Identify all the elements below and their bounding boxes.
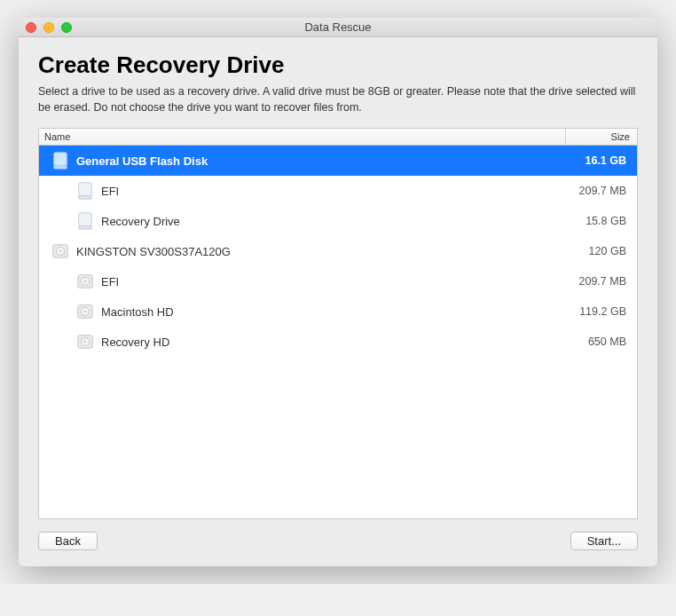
partition-row[interactable]: EFI 209.7 MB [39,176,637,206]
drive-icon-cell [50,151,71,170]
titlebar: Data Rescue [19,18,657,37]
partition-name: Recovery HD [101,336,557,349]
table-header: Name Size [39,129,637,146]
partition-name: Macintosh HD [101,305,557,319]
svg-rect-1 [54,166,67,170]
partition-size: 209.7 MB [557,275,637,288]
column-size[interactable]: Size [566,129,637,145]
button-bar: Back Start... [38,532,638,556]
drive-row[interactable]: KINGSTON SV300S37A120G 120 GB [39,236,637,266]
internal-drive-icon [75,272,95,291]
partition-icon-cell [75,211,96,231]
internal-drive-icon [51,241,70,261]
drive-size: 16.1 GB [557,154,637,167]
svg-point-14 [84,311,86,312]
maximize-icon[interactable] [61,22,72,33]
drive-size: 120 GB [557,245,637,257]
external-drive-icon [75,211,95,231]
svg-point-11 [84,280,86,282]
svg-rect-2 [79,183,92,196]
content-area: Create Recovery Drive Select a drive to … [19,37,657,566]
svg-rect-0 [54,153,67,166]
partition-row[interactable]: EFI 209.7 MB [39,266,637,296]
internal-drive-icon [75,332,95,351]
window-title: Data Rescue [304,20,371,34]
svg-point-17 [84,341,86,343]
svg-rect-4 [79,213,92,226]
partition-size: 209.7 MB [557,185,637,197]
close-icon[interactable] [26,22,36,33]
partition-size: 650 MB [557,336,637,348]
drive-name: KINGSTON SV300S37A120G [76,245,557,258]
start-button[interactable]: Start... [570,532,638,550]
app-window: Data Rescue Create Recovery Drive Select… [19,18,657,566]
partition-icon-cell [75,181,96,201]
back-button[interactable]: Back [38,532,98,550]
partition-icon-cell [75,302,96,321]
partition-name: Recovery Drive [101,215,557,228]
partition-size: 15.8 GB [557,215,637,227]
page-title: Create Recovery Drive [38,51,638,79]
minimize-icon[interactable] [43,22,54,33]
partition-row[interactable]: Recovery Drive 15.8 GB [39,206,637,236]
page-description: Select a drive to be used as a recovery … [38,84,638,115]
column-name[interactable]: Name [39,129,566,145]
drive-row[interactable]: General USB Flash Disk 16.1 GB [39,146,637,176]
window-controls [26,22,72,33]
partition-name: EFI [101,185,557,198]
svg-point-8 [59,250,61,252]
partition-size: 119.2 GB [557,305,637,318]
external-drive-icon [51,151,70,170]
svg-rect-3 [79,196,92,200]
drive-name: General USB Flash Disk [76,154,557,168]
drive-icon-cell [50,241,71,261]
partition-row[interactable]: Macintosh HD 119.2 GB [39,296,637,327]
drive-list[interactable]: General USB Flash Disk 16.1 GB EFI 209.7… [39,146,637,518]
partition-row[interactable]: Recovery HD 650 MB [39,327,637,357]
partition-name: EFI [101,275,557,288]
internal-drive-icon [75,302,95,321]
drive-table: Name Size General USB Flash Disk 16.1 GB… [38,128,638,519]
partition-icon-cell [75,272,96,291]
external-drive-icon [75,181,95,201]
partition-icon-cell [75,332,96,351]
svg-rect-5 [79,226,92,230]
